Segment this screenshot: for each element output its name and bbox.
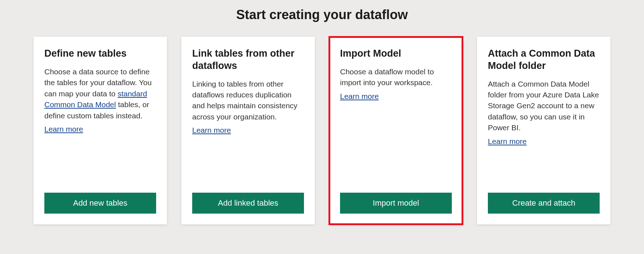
- cards-container: Define new tables Choose a data source t…: [0, 37, 644, 224]
- card-define-new-tables: Define new tables Choose a data source t…: [34, 37, 167, 224]
- card-title: Link tables from other dataflows: [192, 48, 304, 72]
- card-attach-cdm-folder: Attach a Common Data Model folder Attach…: [477, 37, 610, 224]
- add-new-tables-button[interactable]: Add new tables: [44, 193, 156, 214]
- card-desc-pre: Linking to tables from other dataflows r…: [192, 80, 297, 121]
- card-import-model: Import Model Choose a dataflow model to …: [329, 37, 463, 224]
- page-title: Start creating your dataflow: [0, 7, 644, 22]
- card-description: Choose a dataflow model to import into y…: [340, 66, 452, 88]
- learn-more-link[interactable]: Learn more: [192, 126, 231, 135]
- create-and-attach-button[interactable]: Create and attach: [488, 193, 600, 214]
- card-title: Import Model: [340, 48, 452, 60]
- card-description: Linking to tables from other dataflows r…: [192, 79, 304, 123]
- card-description: Attach a Common Data Model folder from y…: [488, 79, 600, 133]
- import-model-button[interactable]: Import model: [340, 193, 452, 214]
- learn-more-link[interactable]: Learn more: [44, 125, 83, 133]
- card-description: Choose a data source to define the table…: [44, 66, 156, 121]
- add-linked-tables-button[interactable]: Add linked tables: [192, 193, 304, 214]
- card-desc-pre: Attach a Common Data Model folder from y…: [488, 80, 599, 132]
- card-title: Define new tables: [44, 48, 156, 60]
- card-title: Attach a Common Data Model folder: [488, 48, 600, 72]
- learn-more-link[interactable]: Learn more: [340, 92, 379, 101]
- card-link-tables: Link tables from other dataflows Linking…: [181, 37, 315, 224]
- learn-more-link[interactable]: Learn more: [488, 137, 526, 146]
- card-desc-pre: Choose a dataflow model to import into y…: [340, 67, 434, 87]
